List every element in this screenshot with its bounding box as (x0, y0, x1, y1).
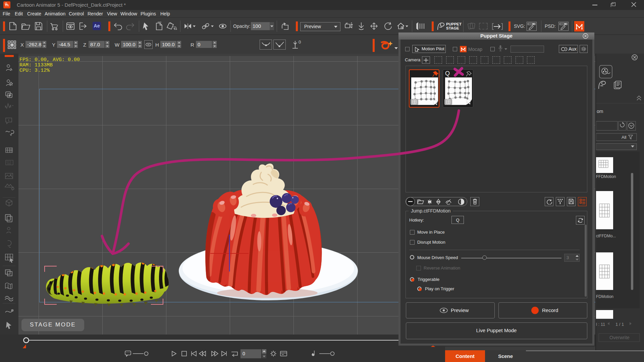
svg-text:0: 0 (299, 40, 301, 45)
svg-text:1 / 1: 1 / 1 (615, 322, 624, 327)
svg-text:l : 11: l : 11 (596, 322, 605, 327)
svg-text:FDMotion: FDMotion (596, 294, 613, 299)
svg-text:ctFFDMo...: ctFFDMo... (596, 234, 616, 238)
svg-text:om: om (597, 109, 603, 114)
svg-text:1: 1 (467, 100, 469, 104)
svg-text:FFDMotion: FFDMotion (596, 174, 616, 179)
svg-text:All: All (622, 135, 627, 140)
svg-text:0: 0 (243, 351, 245, 356)
svg-text:Overwrite: Overwrite (609, 335, 630, 340)
